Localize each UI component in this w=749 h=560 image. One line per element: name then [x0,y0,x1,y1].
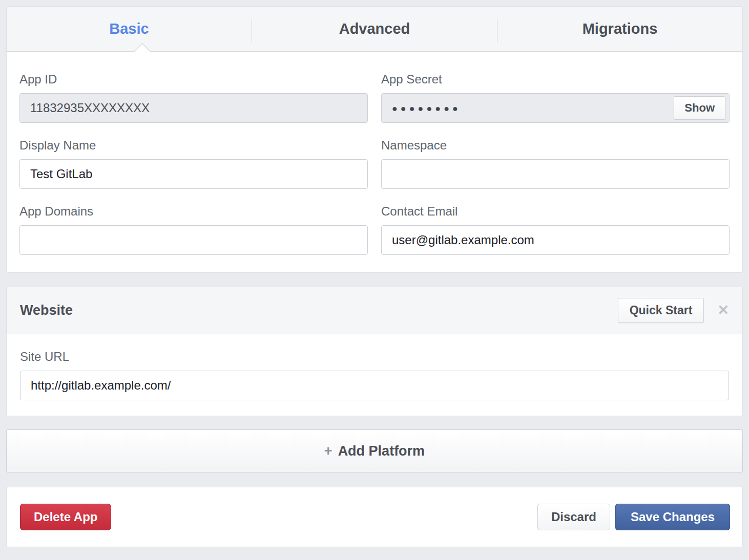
contact-email-input[interactable] [381,225,730,255]
field-namespace: Namespace [381,138,730,189]
app-settings-panel: Basic Advanced Migrations App ID App Sec… [6,6,743,273]
app-domains-input[interactable] [19,225,368,255]
website-platform-panel: Website Quick Start ✕ Site URL [6,287,743,416]
field-app-secret: App Secret ●●●●●●●● Show [381,72,730,123]
tab-basic-label: Basic [109,20,149,37]
site-url-input[interactable] [20,371,729,400]
app-id-label: App ID [19,72,368,87]
display-name-input[interactable] [19,159,368,189]
contact-email-label: Contact Email [381,204,730,219]
tab-advanced-label: Advanced [339,20,410,37]
save-changes-button[interactable]: Save Changes [615,504,730,530]
app-id-input [19,93,368,123]
field-site-url: Site URL [20,350,729,400]
field-app-domains: App Domains [19,204,368,255]
tab-bar: Basic Advanced Migrations [7,7,742,52]
app-secret-input: ●●●●●●●● Show [381,93,730,123]
plus-icon: + [324,443,332,459]
discard-button[interactable]: Discard [537,504,610,530]
namespace-input[interactable] [381,159,730,189]
website-panel-title: Website [20,303,618,318]
display-name-label: Display Name [19,138,368,153]
field-contact-email: Contact Email [381,204,730,255]
quick-start-button[interactable]: Quick Start [618,298,704,323]
field-app-id: App ID [19,72,368,123]
namespace-label: Namespace [381,138,730,153]
site-url-label: Site URL [20,350,729,364]
close-icon[interactable]: ✕ [717,304,729,317]
footer-action-bar: Delete App Discard Save Changes [6,487,743,547]
tab-migrations-label: Migrations [582,20,658,37]
field-display-name: Display Name [19,138,368,189]
add-platform-label: Add Platform [338,443,425,459]
website-panel-body: Site URL [7,350,742,416]
add-platform-button[interactable]: + Add Platform [6,429,743,472]
show-secret-button[interactable]: Show [674,96,725,120]
tab-migrations[interactable]: Migrations [497,7,742,51]
website-panel-header: Website Quick Start ✕ [7,287,742,334]
app-secret-masked-value: ●●●●●●●● [392,102,461,114]
app-domains-label: App Domains [19,204,368,219]
basic-settings-form: App ID App Secret ●●●●●●●● Show Display … [7,52,742,272]
tab-advanced[interactable]: Advanced [252,7,497,51]
delete-app-button[interactable]: Delete App [20,504,111,530]
tab-basic[interactable]: Basic [7,7,252,51]
app-secret-label: App Secret [381,72,730,87]
